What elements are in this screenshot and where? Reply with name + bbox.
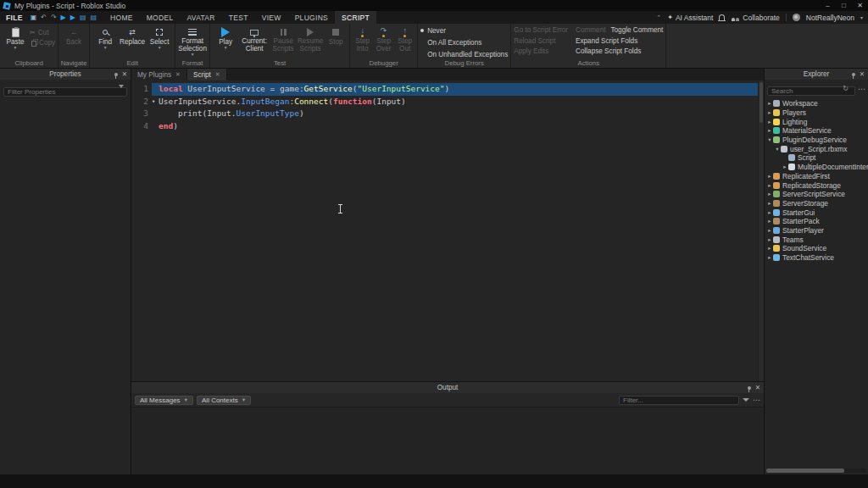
play-solo-icon[interactable]: ▶ bbox=[61, 14, 66, 21]
copy-button[interactable]: Copy bbox=[30, 38, 55, 47]
collaborate-button[interactable]: Collaborate bbox=[731, 14, 779, 22]
tree-item-workspace[interactable]: ▸Workspace bbox=[765, 99, 868, 108]
pause-scripts-button[interactable]: Pause Scripts bbox=[270, 25, 296, 53]
tree-item-starterplayer[interactable]: ▸StarterPlayer bbox=[765, 226, 868, 236]
tree-item-players[interactable]: ▸Players bbox=[765, 108, 868, 118]
tab-avatar[interactable]: AVATAR bbox=[180, 11, 221, 24]
expand-arrow-icon[interactable]: ▸ bbox=[766, 218, 773, 225]
expand-arrow-icon[interactable]: ▸ bbox=[766, 227, 773, 234]
editor-vertical-scrollbar[interactable] bbox=[758, 80, 764, 381]
debug-errors-option-on-all-exceptions[interactable]: On All Exceptions bbox=[420, 37, 481, 47]
tree-item-materialservice[interactable]: ▸MaterialService bbox=[765, 126, 868, 136]
paste-button[interactable]: Paste ▾ bbox=[3, 25, 28, 50]
tree-item-replicatedfirst[interactable]: ▸ReplicatedFirst bbox=[765, 172, 868, 181]
go-to-script-error-button[interactable]: Go to Script Error bbox=[514, 26, 568, 34]
scrollbar-thumb[interactable] bbox=[760, 82, 763, 123]
run-icon[interactable]: ▶ bbox=[70, 14, 75, 21]
code-line-3[interactable]: 3 print(Input.UserInputType) bbox=[131, 108, 758, 120]
publish-icon[interactable]: ▤ bbox=[90, 14, 97, 21]
play-button[interactable]: Play ▾ bbox=[213, 25, 238, 50]
step-into-button[interactable]: ↓ Step Into bbox=[353, 25, 372, 53]
code-line-1[interactable]: 1local UserInputService = game:GetServic… bbox=[131, 83, 758, 96]
back-button[interactable]: ← Back bbox=[61, 25, 86, 46]
close-panel-icon[interactable]: ✕ bbox=[755, 385, 760, 391]
format-selection-button[interactable]: Format Selection ▾ bbox=[178, 25, 207, 57]
tree-item-textchatservice[interactable]: ▸TextChatService bbox=[765, 253, 868, 263]
replace-button[interactable]: ⇄ Replace bbox=[120, 25, 145, 46]
expand-arrow-icon[interactable]: ▸ bbox=[766, 236, 773, 243]
save-icon[interactable]: ▣ bbox=[31, 14, 37, 21]
collapse-script-folds-button[interactable]: Collapse Script Folds bbox=[576, 47, 663, 55]
comment-button[interactable]: Comment bbox=[576, 26, 606, 34]
expand-script-folds-button[interactable]: Expand Script Folds bbox=[576, 37, 663, 45]
tree-item-replicatedstorage[interactable]: ▸ReplicatedStorage bbox=[765, 180, 868, 190]
close-tab-icon[interactable]: ✕ bbox=[215, 71, 220, 78]
expand-arrow-icon[interactable]: ▸ bbox=[766, 182, 773, 189]
tree-item-serverscriptservice[interactable]: ▸ServerScriptService bbox=[765, 190, 868, 199]
expand-arrow-icon[interactable]: ▾ bbox=[766, 136, 773, 143]
toggle-comment-button[interactable]: Toggle Comment bbox=[610, 26, 663, 34]
tab-home[interactable]: HOME bbox=[103, 11, 140, 24]
editor-tab-my-plugins[interactable]: My Plugins✕ bbox=[131, 69, 187, 80]
ai-assistant-button[interactable]: ✦ AI Assistant bbox=[667, 14, 713, 22]
code-line-2[interactable]: 2▾UserInputService.InputBegan:Connect(fu… bbox=[131, 96, 758, 108]
close-tab-icon[interactable]: ✕ bbox=[175, 71, 181, 78]
expand-arrow-icon[interactable]: ▸ bbox=[766, 173, 773, 180]
apply-edits-button[interactable]: Apply Edits bbox=[514, 47, 568, 55]
tree-item-serverstorage[interactable]: ▸ServerStorage bbox=[765, 199, 868, 208]
user-avatar[interactable] bbox=[793, 14, 800, 21]
maximize-button[interactable]: □ bbox=[836, 0, 852, 11]
debug-errors-option-never[interactable]: Never bbox=[420, 25, 446, 36]
debug-errors-option-on-unhandled-exceptions[interactable]: On Unhandled Exceptions bbox=[420, 49, 508, 59]
step-over-button[interactable]: ↷ Step Over bbox=[374, 25, 393, 53]
expand-arrow-icon[interactable]: ▸ bbox=[766, 119, 773, 125]
tab-model[interactable]: MODEL bbox=[140, 11, 181, 24]
expand-arrow-icon[interactable]: ▸ bbox=[782, 164, 788, 170]
script-editor[interactable]: 1local UserInputService = game:GetServic… bbox=[131, 80, 764, 381]
tree-item-multipledocumentinterfac[interactable]: ▸MultipleDocumentInterfac bbox=[765, 163, 868, 172]
collapse-ribbon-icon[interactable]: ⌃ bbox=[656, 14, 661, 21]
expand-arrow-icon[interactable]: ▾ bbox=[774, 146, 781, 152]
undo-icon[interactable]: ↶ bbox=[41, 14, 47, 21]
expand-arrow-icon[interactable]: ▸ bbox=[766, 254, 773, 261]
contexts-filter-dropdown[interactable]: All Contexts ▼ bbox=[197, 396, 251, 405]
tree-item-teams[interactable]: ▸Teams bbox=[765, 235, 868, 244]
tree-item-plugindebugservice[interactable]: ▾PluginDebugService bbox=[765, 136, 868, 145]
find-button[interactable]: Find ▾ bbox=[92, 25, 118, 50]
output-funnel-icon[interactable] bbox=[743, 398, 749, 402]
expand-arrow-icon[interactable]: ▸ bbox=[766, 200, 773, 207]
expand-arrow-icon[interactable]: ▸ bbox=[766, 100, 773, 107]
pin-panel-icon[interactable] bbox=[114, 73, 118, 76]
minimize-button[interactable]: – bbox=[820, 0, 836, 11]
select-button[interactable]: Select ▾ bbox=[147, 25, 172, 50]
pin-panel-icon[interactable] bbox=[852, 73, 855, 76]
pin-panel-icon[interactable] bbox=[748, 386, 751, 390]
stop-button[interactable]: Stop bbox=[325, 25, 347, 46]
redo-icon[interactable]: ↷ bbox=[51, 14, 57, 21]
expand-arrow-icon[interactable]: ▸ bbox=[766, 127, 773, 134]
output-filter-input[interactable] bbox=[619, 396, 739, 405]
tab-script[interactable]: SCRIPT bbox=[335, 11, 376, 24]
expand-arrow-icon[interactable]: ▸ bbox=[766, 245, 773, 252]
expand-arrow-icon[interactable]: ▸ bbox=[766, 209, 773, 216]
editor-tab-script[interactable]: Script✕ bbox=[187, 69, 227, 80]
tree-item-script[interactable]: Script bbox=[765, 153, 868, 163]
search-history-icon[interactable]: ↻ bbox=[843, 86, 849, 92]
output-more-icon[interactable]: ⋯ bbox=[753, 396, 760, 404]
close-panel-icon[interactable]: ✕ bbox=[860, 71, 865, 78]
open-file-icon[interactable]: ▤ bbox=[80, 14, 86, 21]
file-menu-button[interactable]: FILE bbox=[0, 11, 29, 24]
user-menu-caret-icon[interactable]: ▾ bbox=[860, 14, 863, 20]
current-client-dropdown[interactable]: Current: Client bbox=[240, 25, 269, 53]
tab-test[interactable]: TEST bbox=[222, 11, 255, 24]
tree-item-startergui[interactable]: ▸StarterGui bbox=[765, 208, 868, 217]
tree-item-soundservice[interactable]: ▸SoundService bbox=[765, 244, 868, 253]
cut-button[interactable]: ✂ Cut bbox=[30, 28, 55, 36]
tree-item-starterpack[interactable]: ▸StarterPack bbox=[765, 217, 868, 226]
tab-view[interactable]: VIEW bbox=[255, 11, 288, 24]
step-out-button[interactable]: ↑ Step Out bbox=[395, 25, 415, 53]
explorer-more-icon[interactable]: ⋯ bbox=[858, 86, 865, 93]
reload-script-button[interactable]: Reload Script bbox=[514, 37, 568, 45]
filter-properties-input[interactable] bbox=[3, 87, 127, 97]
notifications-bell-icon[interactable] bbox=[719, 14, 725, 20]
